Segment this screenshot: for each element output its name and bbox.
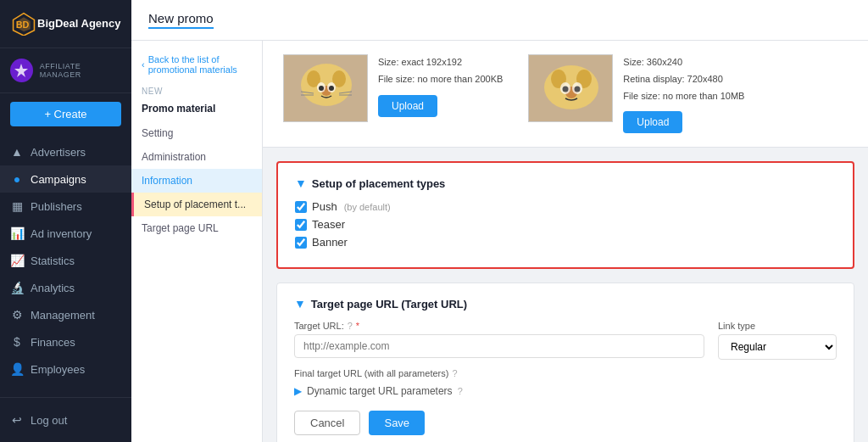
- create-button[interactable]: + Create: [10, 102, 121, 126]
- campaigns-icon: ●: [10, 172, 24, 186]
- dynamic-params-label: Dynamic target URL parameters: [307, 385, 453, 397]
- sidebar-item-publishers[interactable]: ▦ Publishers: [0, 193, 131, 220]
- image-size-2: Size: 360x240: [623, 54, 744, 71]
- publishers-label: Publishers: [31, 200, 82, 213]
- sub-nav-target[interactable]: Target page URL: [131, 216, 262, 240]
- sidebar-item-advertisers[interactable]: ▲ Advertisers: [0, 138, 131, 165]
- link-type-label: Link type: [718, 321, 837, 331]
- url-form-row: Target URL: ? * Link type Regular Smart …: [294, 321, 837, 360]
- sidebar-item-ad-inventory[interactable]: 📊 Ad inventory: [0, 220, 131, 247]
- final-url-help-icon[interactable]: ?: [452, 368, 457, 378]
- push-label: Push: [312, 200, 337, 213]
- sidebar-item-campaigns[interactable]: ● Campaigns: [0, 165, 131, 193]
- url-help-icon[interactable]: ?: [348, 321, 353, 331]
- advertisers-label: Advertisers: [31, 146, 86, 159]
- analytics-label: Analytics: [31, 282, 75, 294]
- svg-point-23: [575, 87, 581, 92]
- required-star: *: [356, 321, 359, 331]
- teaser-checkbox[interactable]: [295, 219, 307, 231]
- url-form-group: Target URL: ? *: [294, 321, 704, 358]
- image-block-1: Size: exact 192x192 File size: no more t…: [283, 54, 503, 122]
- main-area: New promo ‹ Back to the list of promotio…: [131, 0, 868, 442]
- role-label: AFFILIATE MANAGER: [40, 62, 121, 79]
- statistics-icon: 📈: [10, 254, 24, 267]
- sidebar-item-management[interactable]: ⚙ Management: [0, 301, 131, 328]
- push-default-note: (by default): [344, 202, 391, 212]
- advertisers-icon: ▲: [10, 145, 24, 159]
- target-section-header: ▼ Target page URL (Target URL): [294, 297, 837, 311]
- sub-sidebar: ‹ Back to the list of promotional materi…: [131, 41, 263, 442]
- sub-section-new-label: New: [131, 80, 262, 99]
- topbar: New promo: [131, 0, 868, 41]
- employees-label: Employees: [31, 363, 85, 376]
- publishers-icon: ▦: [10, 199, 24, 213]
- image-filesize-2: File size: no more than 10MB: [623, 88, 744, 105]
- logout-item[interactable]: ↩ Log out: [0, 406, 131, 434]
- svg-point-22: [563, 87, 569, 92]
- logout-label: Log out: [31, 414, 67, 427]
- dynamic-help-icon[interactable]: ?: [458, 386, 463, 396]
- sidebar-item-statistics[interactable]: 📈 Statistics: [0, 247, 131, 274]
- back-arrow-icon: ‹: [142, 59, 145, 70]
- banner-label: Banner: [312, 236, 348, 249]
- cancel-button[interactable]: Cancel: [294, 411, 360, 435]
- action-row: Cancel Save: [294, 407, 837, 439]
- save-button[interactable]: Save: [369, 411, 425, 435]
- back-label: Back to the list of promotional material…: [148, 54, 252, 75]
- content-area: ‹ Back to the list of promotional materi…: [131, 41, 868, 442]
- statistics-label: Statistics: [31, 255, 75, 267]
- ad-inventory-label: Ad inventory: [31, 227, 92, 240]
- push-checkbox-row: Push (by default): [295, 200, 836, 213]
- url-input[interactable]: [294, 334, 704, 358]
- page-content: Size: exact 192x192 File size: no more t…: [263, 41, 868, 442]
- placement-section-title: Setup of placement types: [312, 177, 445, 190]
- target-collapse-icon[interactable]: ▼: [294, 297, 306, 311]
- svg-point-9: [319, 86, 324, 91]
- push-checkbox[interactable]: [295, 201, 307, 213]
- brand-name: BigDeal Agency: [37, 17, 121, 31]
- image-size-1: Size: exact 192x192: [378, 54, 503, 71]
- target-url-card: ▼ Target page URL (Target URL) Target UR…: [276, 283, 854, 442]
- sub-nav-information[interactable]: Information: [131, 169, 262, 193]
- svg-point-10: [329, 86, 334, 91]
- back-button[interactable]: ‹ Back to the list of promotional materi…: [131, 49, 262, 80]
- link-type-select[interactable]: Regular Smart Iframe: [718, 334, 837, 360]
- svg-text:BD: BD: [16, 20, 30, 30]
- sidebar-item-finances[interactable]: $ Finances: [0, 328, 131, 355]
- upload-button-2[interactable]: Upload: [623, 111, 682, 133]
- role-icon: [10, 59, 33, 82]
- sidebar-item-analytics[interactable]: 🔬 Analytics: [0, 274, 131, 301]
- campaigns-label: Campaigns: [31, 173, 86, 186]
- link-type-group: Link type Regular Smart Iframe: [718, 321, 837, 360]
- active-tab[interactable]: New promo: [148, 11, 214, 29]
- sub-section-title: Promo material: [131, 99, 262, 121]
- ad-inventory-icon: 📊: [10, 227, 24, 240]
- employees-icon: 👤: [10, 362, 24, 376]
- svg-point-3: [301, 64, 352, 106]
- target-section-title: Target page URL (Target URL): [311, 298, 467, 311]
- upload-button-1[interactable]: Upload: [378, 95, 437, 117]
- collapse-icon[interactable]: ▼: [295, 176, 307, 190]
- image-info-1: Size: exact 192x192 File size: no more t…: [378, 54, 503, 117]
- image-retina-2: Retina display: 720x480: [623, 71, 744, 88]
- sidebar-bottom: ↩ Log out: [0, 397, 131, 442]
- image-thumb-2: [528, 54, 613, 122]
- sidebar-item-employees[interactable]: 👤 Employees: [0, 355, 131, 383]
- dynamic-arrow-icon: ▶: [294, 385, 302, 397]
- role-area: AFFILIATE MANAGER: [0, 48, 131, 93]
- image-upload-row: Size: exact 192x192 File size: no more t…: [263, 41, 868, 148]
- logo-icon: BD: [10, 12, 37, 36]
- management-label: Management: [31, 309, 95, 322]
- banner-checkbox-row: Banner: [295, 236, 836, 249]
- url-label: Target URL: ? *: [294, 321, 704, 331]
- banner-checkbox[interactable]: [295, 237, 307, 249]
- dynamic-params-row[interactable]: ▶ Dynamic target URL parameters ?: [294, 385, 837, 397]
- sidebar: BD BigDeal Agency AFFILIATE MANAGER + Cr…: [0, 0, 131, 442]
- sub-nav-administration[interactable]: Administration: [131, 145, 262, 169]
- sub-nav-setting[interactable]: Setting: [131, 121, 262, 145]
- analytics-icon: 🔬: [10, 281, 24, 294]
- image-filesize-1: File size: no more than 200KB: [378, 71, 503, 88]
- teaser-label: Teaser: [312, 218, 345, 231]
- sub-nav-setup[interactable]: Setup of placement t...: [131, 193, 262, 216]
- image-info-2: Size: 360x240 Retina display: 720x480 Fi…: [623, 54, 744, 133]
